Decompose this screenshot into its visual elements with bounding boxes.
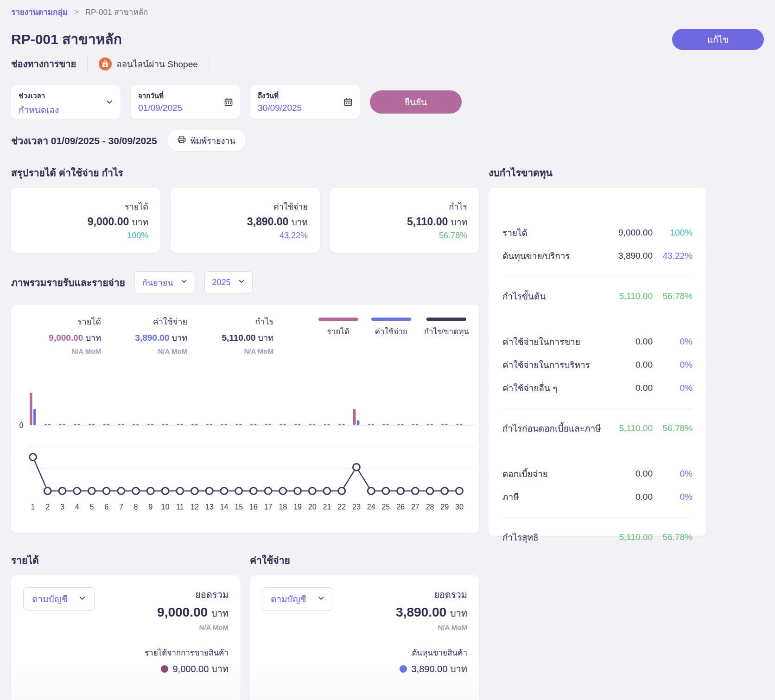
total-value: 3,890.00 (396, 605, 446, 619)
svg-text:12: 12 (191, 503, 199, 511)
period-select[interactable]: ช่วงเวลา กำหนดเอง (11, 85, 121, 119)
profit-summary-card: กำไร 5,110.00 บาท 56.78% (330, 188, 479, 253)
breadcrumb-group-reports-link[interactable]: รายงานตามกลุ่ม (11, 6, 68, 18)
year-dropdown[interactable]: 2025 (204, 271, 253, 293)
month-dropdown[interactable]: กันยายน (134, 271, 195, 293)
svg-text:4: 4 (75, 503, 79, 511)
breakdown-value: 9,000.00 บาท (172, 662, 229, 676)
pnl-row: กำไรก่อนดอกเบี้ยและภาษี5,110.0056.78% (502, 417, 692, 440)
svg-text:0: 0 (19, 421, 24, 429)
chart-stat-expense: ค่าใช้จ่าย 3,890.00 บาท N/A MoM (108, 315, 187, 355)
svg-text:9: 9 (148, 503, 152, 511)
legend-item-income: รายได้ (318, 318, 358, 337)
pnl-row-percent: 100% (653, 228, 692, 238)
stat-label: กำไร (194, 315, 273, 328)
to-date-label: ถึงวันที่ (258, 90, 302, 102)
expense-line-swatch (371, 318, 411, 321)
expense-summary-card: ค่าใช้จ่าย 3,890.00 บาท 43.22% (171, 188, 320, 253)
stat-unit: บาท (258, 333, 273, 343)
print-report-label: พิมพ์รายงาน (191, 134, 235, 147)
expense-detail-card: ตามบัญชี ยอดรวม 3,890.00 บาท N/A MoM ต้น… (250, 575, 479, 700)
svg-text:2: 2 (45, 503, 50, 511)
stat-value: 3,890.00 (135, 333, 169, 343)
pnl-row-label: ต้นทุนขาย/บริการ (502, 249, 602, 263)
pnl-row: กำไรขั้นต้น5,110.0056.78% (502, 285, 692, 308)
vertical-divider (87, 57, 88, 71)
pnl-row-label: ค่าใช้จ่ายในการบริหาร (502, 358, 602, 372)
card-label: รายได้ (125, 200, 148, 213)
stat-unit: บาท (86, 333, 101, 343)
stat-label: ค่าใช้จ่าย (108, 315, 187, 328)
pnl-row-percent: 0% (653, 383, 692, 393)
income-account-dropdown-value: ตามบัญชี (32, 592, 68, 606)
pnl-heading: งบกำไรขาดทุน (489, 165, 706, 180)
pnl-row-value: 5,110.00 (602, 423, 653, 433)
pnl-row-value: 5,110.00 (602, 532, 653, 542)
legend-label: รายได้ (327, 325, 349, 337)
from-date-value: 01/09/2025 (138, 103, 182, 113)
pnl-row-label: ค่าใช้จ่ายอื่น ๆ (502, 381, 602, 395)
chevron-down-icon (79, 595, 86, 604)
confirm-button[interactable]: ยืนยัน (370, 90, 462, 114)
stat-mom: N/A MoM (21, 347, 101, 355)
chevron-down-icon (106, 98, 113, 106)
breakdown-label: ต้นทุนขายสินค้า (396, 646, 467, 659)
to-date-value: 30/09/2025 (258, 103, 302, 113)
pnl-row-label: กำไรขั้นต้น (502, 289, 602, 303)
overview-combo-chart: 0123456789101112131415161718192021222324… (11, 359, 479, 521)
pnl-row: ดอกเบี้ยจ่าย0.000% (502, 462, 692, 485)
edit-button[interactable]: แก้ไข (672, 29, 764, 50)
expense-account-dropdown[interactable]: ตามบัญชี (262, 587, 333, 611)
from-date-field[interactable]: จากวันที่ 01/09/2025 (131, 85, 240, 119)
summary-heading: สรุปรายได้ ค่าใช้จ่าย กำไร (11, 165, 479, 180)
svg-text:25: 25 (381, 503, 390, 511)
pnl-row: ค่าใช้จ่ายอื่น ๆ0.000% (502, 376, 692, 400)
pnl-divider (502, 517, 692, 517)
income-series-dot (161, 665, 168, 673)
stat-label: รายได้ (21, 315, 101, 328)
card-value: 3,890.00 (247, 216, 289, 228)
income-detail-column: รายได้ ตามบัญชี ยอดรวม 9,000.00 บาท N/A … (11, 553, 241, 700)
stat-mom: N/A MoM (108, 347, 187, 355)
chevron-down-icon (318, 595, 324, 604)
pnl-row-value: 3,890.00 (602, 251, 653, 261)
pnl-row-percent: 0% (653, 337, 692, 347)
channel-row: ช่องทางการขาย $ ออนไลน์ผ่าน Shopee (11, 57, 764, 71)
pnl-row-percent: 0% (653, 469, 692, 479)
chevron-down-icon (238, 278, 245, 286)
print-report-button[interactable]: พิมพ์รายงาน (167, 130, 246, 151)
income-summary-card: รายได้ 9,000.00 บาท 100% (11, 188, 160, 253)
income-account-dropdown[interactable]: ตามบัญชี (23, 587, 95, 611)
svg-text:$: $ (104, 63, 107, 67)
svg-text:5: 5 (89, 503, 94, 511)
printer-icon (178, 135, 186, 146)
page-title: RP-001 สาขาหลัก (11, 28, 122, 50)
total-value: 9,000.00 (157, 605, 208, 619)
pnl-row-percent: 56.78% (653, 532, 692, 542)
svg-text:18: 18 (279, 503, 287, 511)
stat-value: 5,110.00 (222, 333, 255, 343)
pnl-divider (502, 276, 692, 276)
period-row: ช่วงเวลา 01/09/2025 - 30/09/2025 พิมพ์รา… (11, 130, 764, 151)
pnl-row-percent: 56.78% (653, 291, 692, 301)
to-date-field[interactable]: ถึงวันที่ 30/09/2025 (250, 85, 360, 119)
total-unit: บาท (211, 608, 229, 618)
svg-text:27: 27 (411, 503, 419, 511)
pnl-panel: รายได้9,000.00100%ต้นทุนขาย/บริการ3,890.… (489, 188, 706, 536)
svg-text:14: 14 (220, 503, 229, 511)
pnl-row-label: ค่าใช้จ่ายในการขาย (502, 335, 602, 349)
pnl-row: ภาษี0.000% (502, 485, 692, 509)
report-page: รายงานตามกลุ่ม > RP-001 สาขาหลัก RP-001 … (0, 0, 775, 700)
total-label: ยอดรวม (145, 587, 229, 602)
svg-text:13: 13 (205, 503, 214, 511)
pnl-row-label: ดอกเบี้ยจ่าย (502, 467, 602, 481)
title-row: RP-001 สาขาหลัก แก้ไข (11, 28, 764, 50)
card-value: 9,000.00 (88, 216, 129, 228)
card-percent: 100% (127, 231, 148, 241)
pnl-row-value: 0.00 (602, 337, 653, 347)
svg-text:16: 16 (249, 503, 258, 511)
pnl-gap (502, 440, 692, 462)
pnl-row-percent: 43.22% (653, 251, 692, 261)
svg-text:22: 22 (337, 503, 346, 511)
svg-text:23: 23 (352, 503, 361, 511)
